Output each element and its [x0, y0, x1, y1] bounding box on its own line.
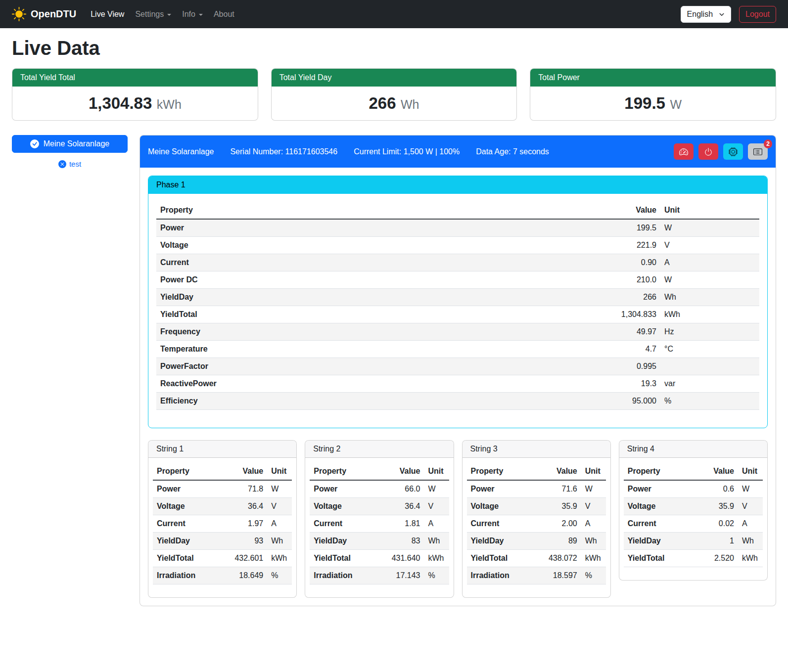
language-select[interactable]: English [681, 6, 731, 23]
inverter-panel-body: Phase 1 Property Value Unit [140, 168, 776, 606]
value-cell: 438.072 [531, 550, 581, 567]
column-header-value: Value [694, 463, 738, 480]
table-row: YieldTotal 432.601 kWh [153, 550, 292, 567]
property-cell: Current [624, 515, 694, 533]
inverter-name: Meine Solaranlage [148, 147, 214, 156]
property-cell: YieldDay [467, 533, 531, 550]
phase-table: Property Value Unit Power 199.5 [156, 202, 759, 410]
value-cell: 0.6 [694, 480, 738, 498]
property-cell: YieldTotal [467, 550, 531, 567]
unit-cell: Wh [660, 289, 759, 306]
inverter-name-label: test [69, 160, 81, 168]
table-row: Voltage 221.9 V [156, 237, 759, 254]
table-row: YieldTotal 438.072 kWh [467, 550, 606, 567]
x-circle-icon [58, 160, 66, 168]
table-row: Voltage 35.9 V [467, 498, 606, 515]
property-cell: YieldDay [310, 533, 374, 550]
property-cell: Current [467, 515, 531, 533]
property-cell: Irradiation [467, 567, 531, 584]
unit-cell: V [581, 498, 606, 515]
nav-item-label: Settings [135, 10, 164, 19]
page-title: Live Data [12, 36, 776, 60]
property-cell: YieldDay [153, 533, 217, 550]
summary-card: Total Power 199.5 W [530, 68, 776, 121]
logout-button[interactable]: Logout [739, 6, 776, 23]
check-circle-icon [30, 139, 39, 148]
string-title: String 3 [463, 441, 610, 458]
summary-card-title: Total Yield Day [272, 69, 517, 87]
power-button[interactable] [698, 143, 718, 160]
table-header-row: Property Value Unit [156, 202, 759, 219]
property-cell: Power [153, 480, 217, 498]
value-cell: 2.520 [694, 550, 738, 567]
nav-item-label: Live View [91, 10, 124, 19]
string-card-2: String 2 Property Value Unit [305, 440, 454, 598]
unit-cell: Wh [581, 533, 606, 550]
property-cell: Power [467, 480, 531, 498]
string-table: Property Value Unit Power 71.6 [467, 463, 606, 584]
value-cell: 1.97 [217, 515, 268, 533]
property-cell: Frequency [156, 323, 458, 341]
property-cell: Current [310, 515, 374, 533]
chevron-down-icon [199, 14, 203, 16]
summary-unit: Wh [401, 97, 419, 111]
value-cell: 36.4 [217, 498, 268, 515]
property-cell: Power DC [156, 271, 458, 289]
table-row: Frequency 49.97 Hz [156, 323, 759, 341]
nav-item-about[interactable]: About [208, 6, 240, 23]
nav-item-live-view[interactable]: Live View [85, 6, 130, 23]
navbar-right: English Logout [681, 6, 776, 23]
main-nav: Live View Settings Info About [85, 6, 240, 23]
summary-card-title: Total Power [530, 69, 776, 87]
column-header-unit: Unit [424, 463, 449, 480]
unit-cell: kWh [267, 550, 292, 567]
summary-card: Total Yield Day 266 Wh [271, 68, 517, 121]
inverter-button-selected[interactable]: Meine Solaranlage [12, 135, 128, 153]
table-row: Irradiation 18.597 % [467, 567, 606, 584]
column-header-value: Value [217, 463, 268, 480]
value-cell: 18.597 [531, 567, 581, 584]
nav-item-info[interactable]: Info [177, 6, 208, 23]
event-log-button[interactable]: 2 [748, 143, 768, 160]
power-icon [704, 147, 713, 156]
inverter-panel-header: Meine Solaranlage Serial Number: 1161716… [140, 135, 776, 168]
table-row: Voltage 36.4 V [310, 498, 449, 515]
unit-cell: W [581, 480, 606, 498]
unit-cell: V [738, 498, 763, 515]
column-header-unit: Unit [581, 463, 606, 480]
summary-cards: Total Yield Total 1,304.83 kWh Total Yie… [12, 68, 776, 121]
table-row: YieldTotal 1,304.833 kWh [156, 306, 759, 323]
inverter-name-label: Meine Solaranlage [44, 139, 109, 148]
device-info-button[interactable] [723, 143, 743, 160]
table-row: Efficiency 95.000 % [156, 393, 759, 410]
column-header-value: Value [531, 463, 581, 480]
table-row: Current 0.02 A [624, 515, 763, 533]
table-row: YieldTotal 431.640 kWh [310, 550, 449, 567]
unit-cell: kWh [660, 306, 759, 323]
property-cell: Power [624, 480, 694, 498]
string-title: String 1 [148, 441, 296, 458]
limit-settings-button[interactable] [674, 143, 694, 160]
value-cell: 95.000 [458, 393, 660, 410]
inverter-button-test[interactable]: test [12, 160, 128, 168]
property-cell: Current [156, 254, 458, 271]
unit-cell: A [424, 515, 449, 533]
property-cell: Voltage [624, 498, 694, 515]
unit-cell: W [424, 480, 449, 498]
chevron-down-icon [167, 14, 171, 16]
unit-cell: % [660, 393, 759, 410]
value-cell: 199.5 [458, 219, 660, 237]
current-limit: Current Limit: 1,500 W | 100% [354, 147, 460, 156]
phase-title: Phase 1 [148, 176, 767, 194]
table-header-row: Property Value Unit [153, 463, 292, 480]
summary-card-body: 1,304.83 kWh [12, 87, 258, 120]
nav-item-settings[interactable]: Settings [130, 6, 177, 23]
brand[interactable]: OpenDTU [12, 7, 76, 21]
inverter-panel: Meine Solaranlage Serial Number: 1161716… [139, 135, 776, 606]
gauge-icon [679, 147, 688, 156]
table-row: Power 71.8 W [153, 480, 292, 498]
value-cell: 17.143 [374, 567, 424, 584]
column-header-property: Property [153, 463, 217, 480]
unit-cell: V [424, 498, 449, 515]
value-cell: 432.601 [217, 550, 268, 567]
